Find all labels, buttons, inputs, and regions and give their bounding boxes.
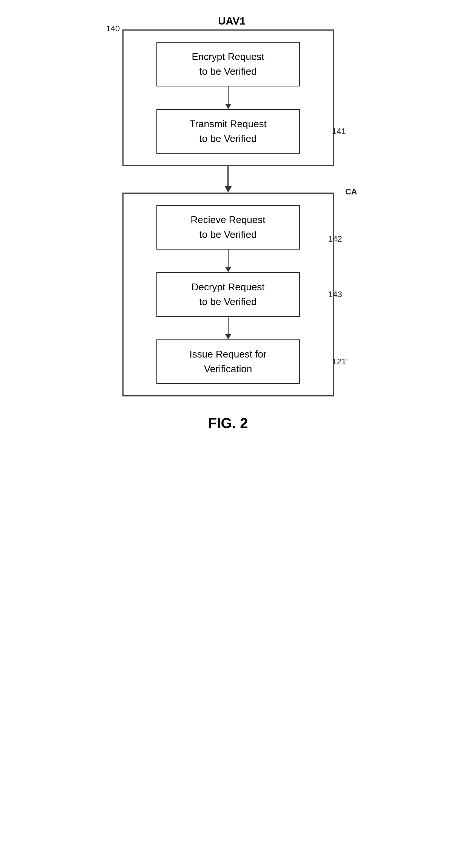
ref-140-label: 140 <box>106 24 120 34</box>
encrypt-box: Encrypt Requestto be Verified <box>156 42 300 86</box>
big-arrow-head <box>224 186 232 193</box>
ref-142-label: 142 <box>328 234 342 244</box>
arrow-decrypt-to-issue <box>225 317 231 339</box>
uav-outer-box: 140 Encrypt Requestto be Verified Transm… <box>122 29 334 166</box>
arrow-receive-to-decrypt <box>225 250 231 272</box>
receive-box: Recieve Requestto be Verified <box>156 205 300 250</box>
figure-label: FIG. 2 <box>208 415 248 431</box>
arrow-line-3 <box>228 317 229 334</box>
arrow-line-2 <box>228 250 229 267</box>
issue-text: Issue Request forVerification <box>190 348 267 375</box>
full-diagram: 140 Encrypt Requestto be Verified Transm… <box>122 29 334 396</box>
decrypt-text: Decrypt Requestto be Verified <box>192 281 265 307</box>
arrow-head <box>225 104 231 109</box>
encrypt-text: Encrypt Requestto be Verified <box>192 51 264 77</box>
arrow-encrypt-to-transmit <box>225 86 231 109</box>
decrypt-box: Decrypt Requestto be Verified <box>156 272 300 317</box>
ref-143-label: 143 <box>328 290 342 299</box>
big-arrow-line <box>227 166 229 186</box>
transmit-box: Transmit Requestto be Verified <box>156 109 300 154</box>
issue-box: Issue Request forVerification <box>156 339 300 384</box>
arrow-line <box>228 86 229 104</box>
arrow-between-boxes <box>224 166 232 193</box>
ca-outer-box: CA Recieve Requestto be Verified 142 Dec… <box>122 193 334 396</box>
uav1-label: UAV1 <box>218 15 246 27</box>
receive-text: Recieve Requestto be Verified <box>191 214 266 240</box>
arrow-head-3 <box>225 334 231 339</box>
arrow-head-2 <box>225 267 231 272</box>
ref-141-label: 141 <box>332 126 346 136</box>
transmit-text: Transmit Requestto be Verified <box>189 118 266 144</box>
diagram-container: UAV1 140 Encrypt Requestto be Verified T… <box>77 15 379 432</box>
ref-ca-label: CA <box>345 187 357 197</box>
figure-label-container: FIG. 2 <box>208 415 248 432</box>
ref-121-label: 121' <box>332 357 348 367</box>
